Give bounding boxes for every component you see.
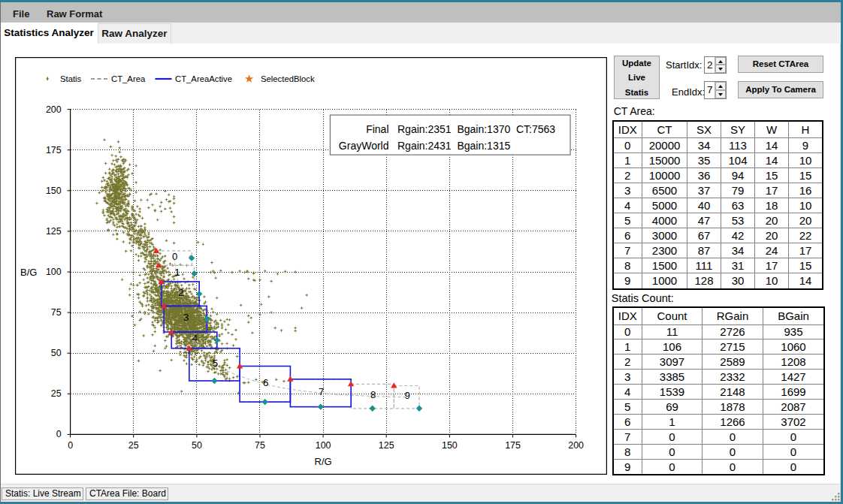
svg-text:175: 175 [46,145,62,155]
svg-text:200: 200 [46,104,62,115]
svg-text:125: 125 [46,226,62,237]
svg-text:75: 75 [255,440,265,451]
svg-text:25: 25 [128,440,139,451]
svg-text:1: 1 [174,267,180,278]
svg-text:2: 2 [178,287,183,298]
svg-text:Rgain:2431 Bgain:1315: Rgain:2431 Bgain:1315 [397,140,510,152]
svg-text:100: 100 [316,440,331,451]
svg-text:B/G: B/G [20,267,37,278]
svg-text:0: 0 [172,251,177,262]
svg-text:6: 6 [263,377,268,388]
svg-text:CT_AreaActive: CT_AreaActive [175,74,232,83]
svg-text:0: 0 [56,429,62,439]
svg-text:50: 50 [51,348,62,358]
svg-text:8: 8 [370,389,376,400]
svg-text:50: 50 [192,440,202,451]
svg-text:25: 25 [51,388,62,399]
svg-text:5: 5 [213,358,218,369]
svg-text:SelectedBlock: SelectedBlock [261,74,315,83]
svg-text:4: 4 [192,333,198,344]
svg-text:7: 7 [319,386,324,397]
svg-text:125: 125 [379,440,394,451]
svg-text:Final: Final [366,123,388,135]
svg-text:9: 9 [404,390,409,401]
svg-text:175: 175 [505,440,521,451]
svg-text:100: 100 [46,267,62,277]
svg-text:200: 200 [568,440,584,451]
svg-text:150: 150 [46,186,62,196]
svg-text:Rgain:2351 Bgain:1370 CT:756: Rgain:2351 Bgain:1370 CT:7563 [397,123,555,135]
svg-text:3: 3 [183,312,189,323]
svg-text:GrayWorld: GrayWorld [339,140,389,152]
svg-text:150: 150 [442,440,458,451]
svg-text:0: 0 [68,440,73,451]
svg-text:CT_Area: CT_Area [111,74,146,83]
svg-text:Statis: Statis [60,74,82,83]
svg-text:R/G: R/G [315,456,332,467]
svg-text:75: 75 [51,307,62,318]
